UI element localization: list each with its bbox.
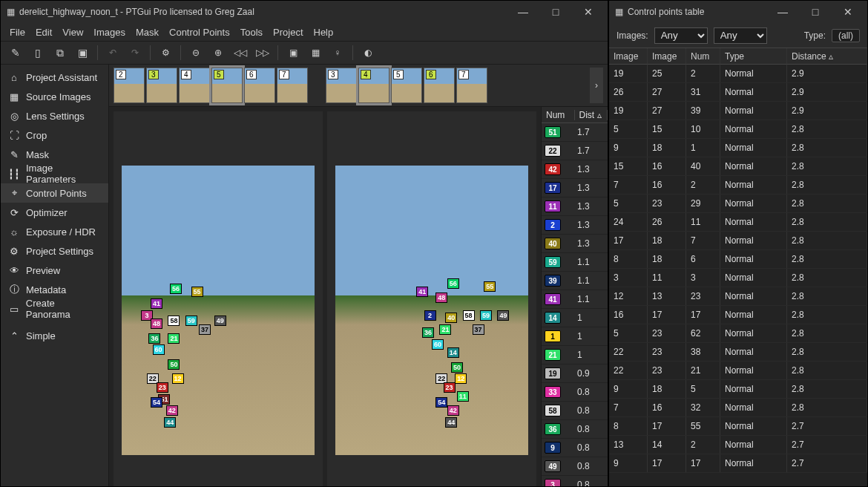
sidebar-item-optimizer[interactable]: ⟳Optimizer xyxy=(1,203,108,222)
table-row[interactable]: 52329Normal2.8 xyxy=(609,195,867,213)
th-image-b[interactable]: Image xyxy=(648,48,686,65)
menu-view[interactable]: View xyxy=(62,27,83,38)
th-num[interactable]: Num xyxy=(686,48,720,65)
next-icon[interactable]: ▷▷ xyxy=(252,42,273,63)
cp-close-button[interactable]: ✕ xyxy=(832,1,864,23)
cp-marker-40[interactable]: 40 xyxy=(445,313,457,323)
table-row[interactable]: 9181Normal2.8 xyxy=(609,139,867,157)
menu-file[interactable]: File xyxy=(10,27,25,38)
cp-marker-2[interactable]: 2 xyxy=(424,310,436,321)
cp-marker-42[interactable]: 42 xyxy=(447,405,459,416)
menu-mask[interactable]: Mask xyxy=(136,27,159,38)
cp-marker-21[interactable]: 21 xyxy=(439,324,451,335)
cp-minimize-button[interactable]: — xyxy=(766,1,799,23)
cp-list-row[interactable]: 421.3 xyxy=(542,160,608,179)
thumbnail-5[interactable]: 5 xyxy=(211,68,243,103)
table-row[interactable]: 242611Normal2.8 xyxy=(609,213,867,232)
thumbnail-4[interactable]: 4 xyxy=(358,68,389,103)
thumbnail-7[interactable]: 7 xyxy=(277,68,308,103)
table-row[interactable]: 71632Normal2.8 xyxy=(609,399,867,417)
table-row[interactable]: 222321Normal2.8 xyxy=(609,362,867,380)
cp-marker-49[interactable]: 49 xyxy=(497,310,509,321)
thumbnail-3[interactable]: 3 xyxy=(326,68,357,103)
cp-marker-60[interactable]: 60 xyxy=(432,339,444,350)
sidebar-item-project-assistant[interactable]: ⌂Project Assistant xyxy=(1,68,108,87)
cp-list-row[interactable]: 221.7 xyxy=(542,142,608,160)
sidebar-item-crop[interactable]: ⛶Crop xyxy=(1,125,108,145)
cp-col-dist[interactable]: Dist ▵ xyxy=(575,110,608,120)
cp-marker-50[interactable]: 50 xyxy=(168,359,180,370)
table-row[interactable]: 151640Normal2.8 xyxy=(609,157,867,176)
sidebar-item-mask[interactable]: ✎Mask xyxy=(1,145,108,164)
cp-marker-12[interactable]: 12 xyxy=(172,373,184,384)
thumbnail-6[interactable]: 6 xyxy=(424,68,455,103)
cp-marker-41[interactable]: 41 xyxy=(416,287,428,297)
sidebar-item-project-settings[interactable]: ⚙Project Settings xyxy=(1,241,108,261)
cp-marker-55[interactable]: 55 xyxy=(191,287,203,297)
redo-icon[interactable]: ↷ xyxy=(125,42,145,63)
cp-list-row[interactable]: 21.3 xyxy=(542,216,608,235)
image-filter-1[interactable]: Any xyxy=(654,27,708,44)
maximize-button[interactable]: □ xyxy=(539,1,572,23)
sidebar-item-source-images[interactable]: ▦Source Images xyxy=(1,87,108,106)
cp-marker-37[interactable]: 37 xyxy=(199,324,211,335)
open-icon[interactable]: ▯ xyxy=(27,42,48,63)
table-row[interactable]: 19252Normal2.9 xyxy=(609,65,867,83)
save-icon[interactable]: ▣ xyxy=(72,42,93,63)
cp-list-row[interactable]: 511.7 xyxy=(542,123,608,142)
sidebar-item-metadata[interactable]: ⓘMetadata xyxy=(1,280,108,299)
thumbnail-5[interactable]: 5 xyxy=(391,68,422,103)
image-pane-left[interactable]: 415655348585936213749605022122351544244 xyxy=(114,111,323,486)
cp-list-row[interactable]: 360.8 xyxy=(542,420,608,439)
cp-marker-55[interactable]: 55 xyxy=(484,281,496,292)
table-row[interactable]: 8186Normal2.8 xyxy=(609,250,867,269)
grid-icon[interactable]: ▦ xyxy=(305,42,326,63)
cp-marker-37[interactable]: 37 xyxy=(473,324,484,335)
sidebar-item-create-panorama[interactable]: ▭Create Panorama xyxy=(1,299,108,318)
th-distance[interactable]: Distance ▵ xyxy=(787,48,867,65)
cp-marker-12[interactable]: 12 xyxy=(455,373,467,384)
cp-marker-23[interactable]: 23 xyxy=(157,382,168,393)
cp-marker-56[interactable]: 56 xyxy=(170,284,182,294)
cp-table[interactable]: Image Image Num Type Distance ▵ 19252Nor… xyxy=(609,48,867,486)
cp-col-num[interactable]: Num xyxy=(542,110,575,120)
sidebar-item-control-points[interactable]: ⌖Control Points xyxy=(1,183,108,203)
table-row[interactable]: 121323Normal2.8 xyxy=(609,287,867,306)
cp-list-row[interactable]: 591.1 xyxy=(542,253,608,272)
thumbnail-3[interactable]: 3 xyxy=(146,68,177,103)
close-button[interactable]: ✕ xyxy=(572,1,605,23)
cp-list-row[interactable]: 190.9 xyxy=(542,365,608,383)
undo-icon[interactable]: ↶ xyxy=(102,42,123,63)
table-row[interactable]: 262731Normal2.9 xyxy=(609,83,867,102)
thumbnail-6[interactable]: 6 xyxy=(244,68,275,103)
table-row[interactable]: 52362Normal2.8 xyxy=(609,324,867,343)
cp-marker-59[interactable]: 59 xyxy=(185,316,197,326)
sidebar-item-exposure-hdr[interactable]: ☼Exposure / HDR xyxy=(1,222,108,241)
table-row[interactable]: 7162Normal2.8 xyxy=(609,176,867,195)
layers-icon[interactable]: ▣ xyxy=(283,42,303,63)
copy-icon[interactable]: ⧉ xyxy=(50,42,70,63)
table-row[interactable]: 222338Normal2.8 xyxy=(609,343,867,362)
cp-marker-44[interactable]: 44 xyxy=(164,417,176,428)
sidebar-item-lens-settings[interactable]: ◎Lens Settings xyxy=(1,106,108,125)
table-row[interactable]: 17187Normal2.8 xyxy=(609,232,867,250)
menu-images[interactable]: Images xyxy=(93,27,125,38)
menu-edit[interactable]: Edit xyxy=(36,27,52,38)
menu-help[interactable]: Help xyxy=(314,27,334,38)
cp-marker-54[interactable]: 54 xyxy=(151,397,162,408)
table-row[interactable]: 51510Normal2.8 xyxy=(609,120,867,139)
sidebar-simple-toggle[interactable]: ⌃Simple xyxy=(1,326,108,345)
cp-marker-42[interactable]: 42 xyxy=(166,405,178,416)
cp-marker-41[interactable]: 41 xyxy=(151,298,162,309)
prev-icon[interactable]: ◁◁ xyxy=(230,42,251,63)
th-image-a[interactable]: Image xyxy=(609,48,648,65)
new-project-icon[interactable]: ✎ xyxy=(5,42,26,63)
type-filter-value[interactable]: (all) xyxy=(832,29,860,42)
zoom-in-icon[interactable]: ⊕ xyxy=(208,42,228,63)
cp-marker-59[interactable]: 59 xyxy=(480,310,492,321)
cp-list-row[interactable]: 171.3 xyxy=(542,179,608,197)
table-row[interactable]: 192739Normal2.9 xyxy=(609,102,867,120)
cp-marker-58[interactable]: 58 xyxy=(463,310,475,321)
cp-marker-54[interactable]: 54 xyxy=(435,397,447,408)
cp-list-row[interactable]: 211 xyxy=(542,346,608,365)
